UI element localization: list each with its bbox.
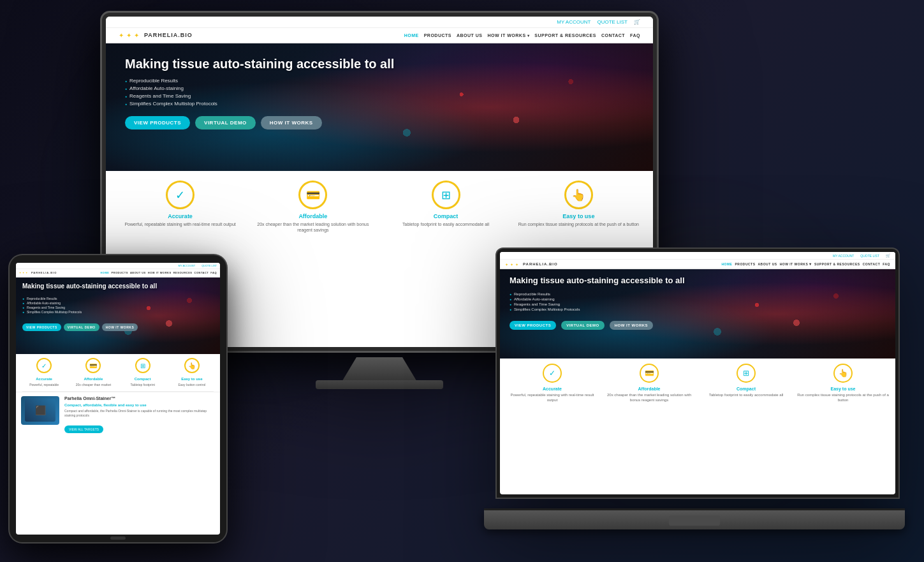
tablet-accurate-title: Accurate	[36, 377, 52, 381]
laptop-nav-products[interactable]: PRODUCTS	[735, 262, 755, 266]
nav-about[interactable]: ABOUT US	[457, 33, 483, 38]
laptop-nav-faq[interactable]: FAQ	[883, 262, 890, 266]
tablet-star-2: ✦	[22, 271, 24, 274]
monitor-my-account[interactable]: MY ACCOUNT	[557, 19, 590, 25]
laptop-logo-text: PARHELIA.BIO	[523, 262, 558, 266]
laptop-compact-icon-glyph: ⊞	[743, 369, 749, 378]
laptop-topbar: MY ACCOUNT QUOTE LIST 🛒	[500, 252, 895, 260]
bullet-4: Simplifies Complex Multistop Protocols	[125, 101, 634, 107]
monitor-features: ✓ Accurate Powerful, repeatable staining…	[106, 171, 653, 242]
laptop-nav-about[interactable]: ABOUT US	[758, 262, 777, 266]
tablet-accurate-desc: Powerful, repeatable	[29, 383, 59, 387]
cart-icon: 🛒	[634, 19, 640, 25]
tablet-logo-text: PARHELIA.BIO	[31, 271, 57, 274]
laptop-quote-list[interactable]: QUOTE LIST	[860, 254, 879, 258]
laptop-nav-contact[interactable]: CONTACT	[863, 262, 881, 266]
laptop-screen: MY ACCOUNT QUOTE LIST 🛒 ✦ ✦ ✦ PARHELIA.B…	[500, 252, 895, 494]
laptop-hero-content: Making tissue auto-staining accessible t…	[500, 269, 895, 336]
tablet-feature-affordable: 💳 Affordable 20x cheaper than market	[70, 358, 116, 387]
btn-how-it-works[interactable]: HOW IT WORKS	[261, 116, 322, 129]
laptop-nav-how-it-works[interactable]: HOW IT WORKS	[780, 262, 812, 266]
nav-support[interactable]: SUPPORT & RESOURCES	[534, 33, 596, 38]
tablet-feature-compact: ⊞ Compact Tabletop footprint	[120, 358, 166, 387]
tablet-affordable-desc: 20x cheaper than market	[76, 383, 111, 387]
laptop-website: MY ACCOUNT QUOTE LIST 🛒 ✦ ✦ ✦ PARHELIA.B…	[500, 252, 895, 494]
tablet-bullet-1: Reproducible Results	[22, 297, 214, 300]
laptop-base	[484, 510, 905, 529]
tablet-nav: ✦ ✦ ✦ PARHELIA.BIO HOME PRODUCTS ABOUT U…	[16, 269, 220, 277]
tablet-feature-accurate: ✓ Accurate Powerful, repeatable	[21, 358, 67, 387]
laptop-btn-virtual-demo[interactable]: VIRTUAL DEMO	[561, 321, 605, 330]
laptop-btn-how-it-works[interactable]: HOW IT WORKS	[610, 321, 653, 330]
wallet-icon: 💳	[306, 188, 320, 202]
monitor-hero-buttons: VIEW PRODUCTS VIRTUAL DEMO HOW IT WORKS	[125, 116, 634, 129]
nav-home[interactable]: HOME	[404, 33, 419, 38]
tablet-nav-products[interactable]: PRODUCTS	[111, 271, 128, 274]
tablet-nav-about[interactable]: ABOUT US	[130, 271, 146, 274]
laptop-easy-icon: 👆	[833, 364, 853, 383]
laptop-logo: ✦ ✦ ✦ PARHELIA.BIO	[505, 262, 558, 266]
monitor-hero: Making tissue auto-staining accessible t…	[106, 43, 653, 171]
tablet-bullet-2: Affordable Auto-staining	[22, 301, 214, 305]
tablet-bullet-4: Simplifies Complex Multistop Protocols	[22, 310, 214, 314]
feature-compact: ⊞ Compact Tabletop footprint to easily a…	[385, 181, 508, 233]
tablet-nav-home[interactable]: HOME	[100, 271, 109, 274]
tablet-btn-view-all[interactable]: VIEW ALL TARGETS	[64, 425, 103, 433]
laptop-hero-buttons: VIEW PRODUCTS VIRTUAL DEMO HOW IT WORKS	[510, 321, 886, 330]
tablet-nav-faq[interactable]: FAQ	[210, 271, 217, 274]
tablet-wallet-icon: 💳	[89, 362, 97, 369]
laptop-bullet-3: Reagents and Time Saving	[510, 302, 886, 306]
tablet-btn-virtual-demo[interactable]: VIRTUAL DEMO	[64, 323, 99, 331]
tablet-product-title: Parhelia Omni-Stainer™	[64, 396, 215, 401]
star-3: ✦	[134, 32, 140, 38]
laptop-compact-title: Compact	[737, 387, 756, 391]
laptop-my-account[interactable]: MY ACCOUNT	[833, 254, 854, 258]
laptop-accurate-desc: Powerful, repeatable staining with real-…	[506, 393, 598, 403]
nav-products[interactable]: PRODUCTS	[424, 33, 451, 38]
monitor-nav-links: HOME PRODUCTS ABOUT US HOW IT WORKS SUPP…	[404, 33, 640, 38]
laptop-affordable-desc: 20x cheaper than the market leading solu…	[603, 393, 695, 403]
monitor-quote-list[interactable]: QUOTE LIST	[597, 19, 627, 25]
nav-faq[interactable]: FAQ	[630, 33, 640, 38]
tablet-nav-contact[interactable]: CONTACT	[194, 271, 209, 274]
nav-how-it-works[interactable]: HOW IT WORKS	[488, 33, 530, 38]
compact-title: Compact	[434, 213, 458, 219]
accurate-title: Accurate	[168, 213, 193, 219]
btn-virtual-demo[interactable]: VIRTUAL DEMO	[195, 116, 256, 129]
tablet-my-account[interactable]: MY ACCOUNT	[179, 264, 196, 267]
tablet-btn-how-it-works[interactable]: HOW IT WORKS	[102, 323, 138, 331]
laptop-compact-icon: ⊞	[737, 364, 756, 383]
tablet-nav-links: HOME PRODUCTS ABOUT US HOW IT WORKS RESO…	[100, 271, 217, 274]
bullet-2: Affordable Auto-staining	[125, 85, 634, 91]
tablet-nav-how-it-works[interactable]: HOW IT WORKS	[148, 271, 172, 274]
laptop-nav-support[interactable]: SUPPORT & RESOURCES	[814, 262, 860, 266]
laptop-hero: Making tissue auto-staining accessible t…	[500, 269, 895, 359]
laptop-accurate-title: Accurate	[543, 387, 562, 391]
laptop-star-3: ✦	[515, 262, 519, 266]
btn-view-products[interactable]: VIEW PRODUCTS	[125, 116, 190, 129]
tablet-compact-icon: ⊞	[135, 358, 150, 373]
tablet-logo: ✦ ✦ ✦ PARHELIA.BIO	[19, 271, 57, 274]
laptop-trackpad	[669, 515, 720, 526]
nav-contact[interactable]: CONTACT	[601, 33, 625, 38]
laptop-nav-home[interactable]: HOME	[721, 262, 732, 266]
tablet-feature-easy: 👆 Easy to use Easy button control	[169, 358, 215, 387]
laptop-btn-view-products[interactable]: VIEW PRODUCTS	[510, 321, 556, 330]
tablet-quote-list[interactable]: QUOTE LIST	[202, 264, 217, 267]
tablet-btn-view-products[interactable]: VIEW PRODUCTS	[22, 323, 61, 331]
tablet-product-info: Parhelia Omni-Stainer™ Compact, affordab…	[64, 396, 215, 433]
tablet-accurate-icon: ✓	[36, 358, 52, 373]
laptop-star-1: ✦	[505, 262, 509, 266]
star-2: ✦	[126, 32, 133, 38]
tablet-easy-title: Easy to use	[181, 377, 202, 381]
monitor-hero-content: Making tissue auto-staining accessible t…	[106, 43, 653, 142]
laptop-screen-outer: MY ACCOUNT QUOTE LIST 🛒 ✦ ✦ ✦ PARHELIA.B…	[497, 249, 898, 498]
laptop-touch-icon: 👆	[839, 369, 848, 378]
accurate-icon-circle: ✓	[166, 181, 194, 209]
easy-icon-circle: 👆	[564, 181, 593, 209]
tablet-nav-support[interactable]: RESOURCES	[173, 271, 193, 274]
tablet-features-grid: ✓ Accurate Powerful, repeatable 💳 Afford…	[21, 358, 215, 387]
laptop-cart-icon: 🛒	[886, 253, 890, 258]
laptop-bullet-4: Simplifies Complex Multistop Protocols	[510, 307, 886, 311]
tablet-home-button[interactable]	[110, 536, 126, 540]
